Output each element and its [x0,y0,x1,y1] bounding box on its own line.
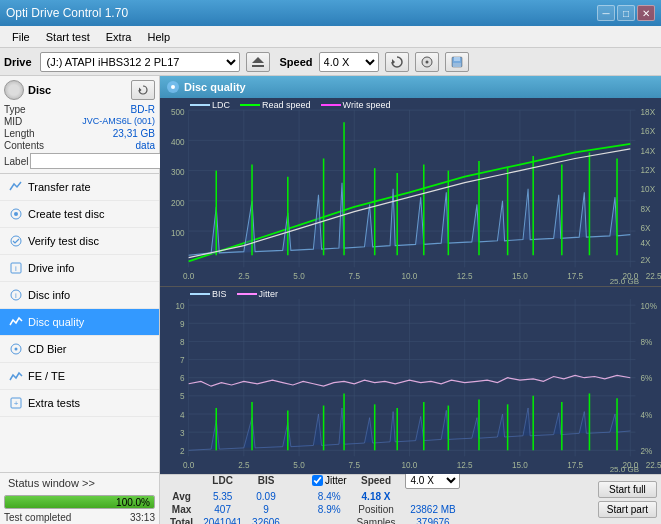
stats-avg-jitter: 8.4% [308,491,351,502]
save-button[interactable] [445,52,469,72]
menu-help[interactable]: Help [139,29,178,45]
sidebar-item-cd-bier[interactable]: CD Bier [0,336,159,363]
stats-avg-row: Avg 5.35 0.09 8.4% 4.18 X [166,491,464,502]
sidebar-item-create-test-disc[interactable]: Create test disc [0,201,159,228]
disc-label: Disc [28,84,51,96]
status-time: 33:13 [130,512,155,523]
menu-file[interactable]: File [4,29,38,45]
stats-avg-label: Avg [166,491,197,502]
chart-bottom-x-end: 25.0 GB [610,465,639,474]
sidebar-item-disc-info[interactable]: i Disc info [0,282,159,309]
stats-max-bis: 9 [248,504,284,515]
disc-refresh-button[interactable] [131,80,155,100]
svg-point-13 [11,236,21,246]
stats-avg-bis: 0.09 [248,491,284,502]
sidebar-item-drive-info[interactable]: i Drive info [0,255,159,282]
svg-text:15.0: 15.0 [512,459,528,470]
disc-quality-header: Disc quality [160,76,661,98]
menu-extra[interactable]: Extra [98,29,140,45]
sidebar-item-label-verify-test-disc: Verify test disc [28,235,99,247]
svg-text:12X: 12X [641,164,656,175]
disc-length-row: Length 23,31 GB [4,128,155,139]
transfer-rate-icon [8,179,24,195]
sidebar-item-label-disc-quality: Disc quality [28,316,84,328]
svg-text:5: 5 [180,390,185,401]
svg-text:5.0: 5.0 [293,459,304,470]
stats-max-jitter: 8.9% [308,504,351,515]
eject-button[interactable] [246,52,270,72]
svg-text:22.5: 22.5 [646,271,661,282]
refresh-button[interactable] [385,52,409,72]
svg-text:0.0: 0.0 [183,459,194,470]
svg-text:4X: 4X [641,237,651,248]
stats-max-row: Max 407 9 8.9% Position 23862 MB [166,504,464,515]
speed-select[interactable]: 4.0 X [319,52,379,72]
svg-text:2.5: 2.5 [238,271,249,282]
sidebar-item-verify-test-disc[interactable]: Verify test disc [0,228,159,255]
svg-text:2: 2 [180,445,185,456]
svg-point-19 [15,348,18,351]
refresh-icon [391,56,403,68]
legend-jitter: Jitter [237,289,279,299]
svg-point-12 [14,212,18,216]
svg-text:400: 400 [171,137,185,148]
stats-pos-cell: Position [353,504,400,515]
svg-text:10X: 10X [641,184,656,195]
stats-main: LDC BIS Jitter Speed 4.0 X A [160,467,594,524]
menu-bar: File Start test Extra Help [0,26,661,48]
svg-text:12.5: 12.5 [457,271,473,282]
stats-avg-ldc: 5.35 [199,491,246,502]
svg-text:i: i [15,291,17,300]
svg-text:7.5: 7.5 [349,459,360,470]
sidebar-item-label-cd-bier: CD Bier [28,343,67,355]
menu-start-test[interactable]: Start test [38,29,98,45]
svg-text:6%: 6% [641,372,653,383]
disc-contents-val: data [136,140,155,151]
action-buttons: Start full Start part [594,477,661,522]
status-window-button[interactable]: Status window >> [0,473,159,493]
disc-panel: Disc Type BD-R MID JVC-AMS6L (001) Lengt… [0,76,159,174]
disc-mid-val: JVC-AMS6L (001) [82,116,155,127]
chart-top-svg: 500 400 300 200 100 18X 16X 14X 12X 10X … [160,98,661,286]
jitter-checkbox[interactable] [312,475,323,486]
svg-text:10.0: 10.0 [402,459,418,470]
close-button[interactable]: ✕ [637,5,655,21]
stats-bottom: LDC BIS Jitter Speed 4.0 X A [160,474,661,524]
svg-text:8X: 8X [641,203,651,214]
svg-text:15.0: 15.0 [512,271,528,282]
cd-bier-icon [8,341,24,357]
sidebar-item-transfer-rate[interactable]: Transfer rate [0,174,159,201]
start-full-button[interactable]: Start full [598,481,657,498]
legend-write-speed-color [321,104,341,106]
sidebar-item-extra-tests[interactable]: + Extra tests [0,390,159,417]
legend-jitter-color [237,293,257,295]
svg-marker-0 [252,57,264,63]
speed-label: Speed [280,56,313,68]
stats-samples-cell: Samples [353,517,400,524]
chart-bottom: BIS Jitter [160,287,661,475]
svg-text:14X: 14X [641,145,656,156]
stats-max-label: Max [166,504,197,515]
legend-bis-color [190,293,210,295]
chart-top-legend: LDC Read speed Write speed [190,100,390,110]
legend-write-speed-label: Write speed [343,100,391,110]
minimize-button[interactable]: ─ [597,5,615,21]
svg-text:300: 300 [171,167,185,178]
disc-button[interactable] [415,52,439,72]
charts-area: LDC Read speed Write speed [160,98,661,474]
start-part-button[interactable]: Start part [598,501,657,518]
sidebar-item-disc-quality[interactable]: Disc quality [0,309,159,336]
sidebar-item-fe-te[interactable]: FE / TE [0,363,159,390]
legend-ldc-label: LDC [212,100,230,110]
maximize-button[interactable]: □ [617,5,635,21]
disc-label-key: Label [4,156,28,167]
jitter-checkbox-label[interactable]: Jitter [312,475,347,486]
drive-select[interactable]: (J:) ATAPI iHBS312 2 PL17 [40,52,240,72]
sidebar-item-label-extra-tests: Extra tests [28,397,80,409]
disc-refresh-icon [138,85,148,95]
svg-rect-1 [252,65,264,67]
svg-text:22.5: 22.5 [646,459,661,470]
svg-text:17.5: 17.5 [567,271,583,282]
disc-label-input[interactable] [30,153,163,169]
disc-quality-title: Disc quality [184,81,246,93]
